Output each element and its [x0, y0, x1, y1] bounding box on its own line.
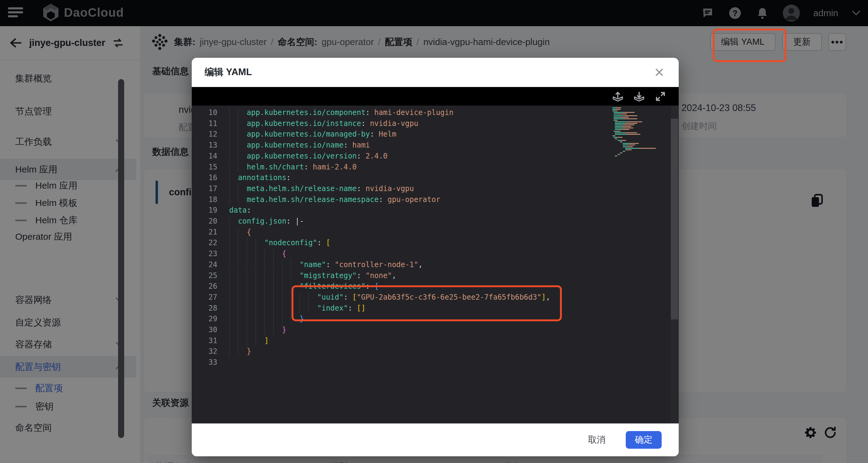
code-text: "name": "controller-node-1",	[229, 260, 423, 270]
minimap-line	[615, 124, 634, 125]
code-text: ]	[229, 335, 269, 346]
minimap-line	[615, 121, 642, 122]
cancel-button[interactable]: 取消	[583, 431, 611, 449]
code-line-10[interactable]: 10 app.kubernetes.io/component: hami-dev…	[192, 107, 679, 118]
code-text: annotations:	[229, 172, 291, 184]
minimap-line	[614, 112, 634, 113]
line-number: 18	[192, 194, 217, 205]
code-text: "uuid": ["GPU-2ab63f5c-c3f6-6e25-bee2-7f…	[229, 292, 550, 303]
line-number: 10	[192, 107, 217, 118]
yaml-editor[interactable]: 3332 }31 ]30 }29 }28 "index": []27 "uuid…	[192, 105, 679, 424]
minimap-line	[614, 120, 618, 121]
editor-scrollbar-thumb[interactable]	[671, 119, 678, 320]
code-line-23[interactable]: 23 {	[192, 249, 679, 260]
code-line-28[interactable]: 28 "index": []	[192, 303, 679, 314]
code-line-27[interactable]: 27 "uuid": ["GPU-2ab63f5c-c3f6-6e25-bee2…	[192, 292, 679, 303]
minimap-line	[615, 128, 633, 128]
code-line-13[interactable]: 13 app.kubernetes.io/name: hami	[192, 140, 679, 151]
minimap-line	[618, 154, 620, 155]
code-text: helm.sh/chart: hami-2.4.0	[229, 162, 357, 173]
code-text: "filterdevices": {	[229, 281, 379, 292]
minimap-line	[612, 109, 621, 110]
code-text: app.kubernetes.io/name: hami	[229, 140, 370, 151]
line-number: 31	[192, 335, 217, 346]
line-number: 11	[192, 118, 217, 129]
edit-yaml-modal: 编辑 YAML ✕ 3332 }31 ]30 }29 }28	[192, 58, 679, 456]
code-line-25[interactable]: 25 "migstrategy": "none",	[192, 270, 679, 282]
minimap-line	[612, 110, 618, 111]
minimap-line	[615, 132, 637, 133]
code-line-32[interactable]: 32 }	[192, 346, 679, 357]
close-icon[interactable]: ✕	[650, 63, 668, 81]
code-line-26[interactable]: 26 "filterdevices": {	[192, 281, 679, 292]
code-line-15[interactable]: 15 helm.sh/chart: hami-2.4.0	[192, 162, 679, 173]
code-text: app.kubernetes.io/component: hami-device…	[229, 107, 454, 118]
code-text: data:	[229, 205, 251, 216]
code-text: {	[229, 227, 251, 238]
code-line-20[interactable]: 20 config.json: |-	[192, 216, 679, 227]
code-line-19[interactable]: 19data:	[192, 205, 679, 216]
minimap-line	[623, 151, 625, 152]
minimap-line	[620, 141, 622, 142]
confirm-button[interactable]: 确定	[626, 431, 662, 449]
line-number: 15	[192, 162, 217, 173]
minimap-line	[615, 134, 640, 135]
minimap-line	[612, 135, 615, 136]
line-number: 13	[192, 140, 217, 151]
editor-toolbar	[192, 87, 679, 105]
code-line-21[interactable]: 21 {	[192, 227, 679, 238]
minimap-line	[615, 156, 617, 156]
code-text: app.kubernetes.io/version: 2.4.0	[229, 151, 388, 162]
minimap-line	[625, 148, 656, 149]
code-line-18[interactable]: 18 meta.helm.sh/release-namespace: gpu-o…	[192, 194, 679, 205]
line-number: 21	[192, 227, 217, 238]
code-text: "migstrategy": "none",	[229, 270, 396, 282]
code-text: meta.helm.sh/release-namespace: gpu-oper…	[229, 194, 440, 205]
code-line-31[interactable]: 31 ]	[192, 335, 679, 346]
editor-minimap[interactable]	[612, 107, 667, 168]
code-line-12[interactable]: 12 app.kubernetes.io/managed-by: Helm	[192, 129, 679, 140]
code-line-29[interactable]: 29 }	[192, 313, 679, 325]
code-text: config.json: |-	[229, 216, 304, 227]
line-number: 20	[192, 216, 217, 227]
minimap-line	[614, 131, 621, 132]
code-text: }	[229, 325, 286, 335]
minimap-line	[614, 115, 637, 116]
line-number: 19	[192, 205, 217, 216]
fullscreen-icon[interactable]	[654, 90, 667, 103]
line-number: 33	[192, 357, 217, 368]
minimap-line	[615, 138, 617, 139]
minimap-line	[614, 113, 627, 114]
minimap-line	[618, 140, 626, 141]
line-number: 29	[192, 313, 217, 325]
download-icon[interactable]	[632, 90, 646, 103]
code-line-11[interactable]: 11 app.kubernetes.io/instance: nvidia-vg…	[192, 118, 679, 129]
minimap-line	[615, 126, 631, 127]
minimap-line	[623, 146, 633, 147]
minimap-line	[614, 117, 628, 118]
line-number: 12	[192, 129, 217, 140]
code-line-14[interactable]: 14 app.kubernetes.io/version: 2.4.0	[192, 151, 679, 162]
line-number: 28	[192, 303, 217, 314]
line-number: 23	[192, 249, 217, 260]
minimap-line	[623, 144, 636, 145]
minimap-line	[615, 123, 637, 124]
code-line-24[interactable]: 24 "name": "controller-node-1",	[192, 260, 679, 270]
code-line-30[interactable]: 30 }	[192, 325, 679, 335]
minimap-line	[620, 153, 622, 153]
code-line-33[interactable]: 33	[192, 357, 679, 368]
line-number: 25	[192, 270, 217, 282]
code-text: }	[229, 313, 304, 325]
code-text: app.kubernetes.io/managed-by: Helm	[229, 129, 396, 140]
code-text: "nodeconfig": [	[229, 238, 330, 249]
minimap-line	[615, 129, 629, 130]
code-text: meta.helm.sh/release-name: nvidia-vgpu	[229, 184, 414, 194]
line-number: 27	[192, 292, 217, 303]
line-number: 14	[192, 151, 217, 162]
code-line-22[interactable]: 22 "nodeconfig": [	[192, 238, 679, 249]
modal-header: 编辑 YAML ✕	[192, 58, 679, 87]
code-line-17[interactable]: 17 meta.helm.sh/release-name: nvidia-vgp…	[192, 184, 679, 194]
upload-icon[interactable]	[611, 90, 624, 103]
minimap-line	[625, 150, 631, 150]
code-line-16[interactable]: 16 annotations:	[192, 172, 679, 184]
